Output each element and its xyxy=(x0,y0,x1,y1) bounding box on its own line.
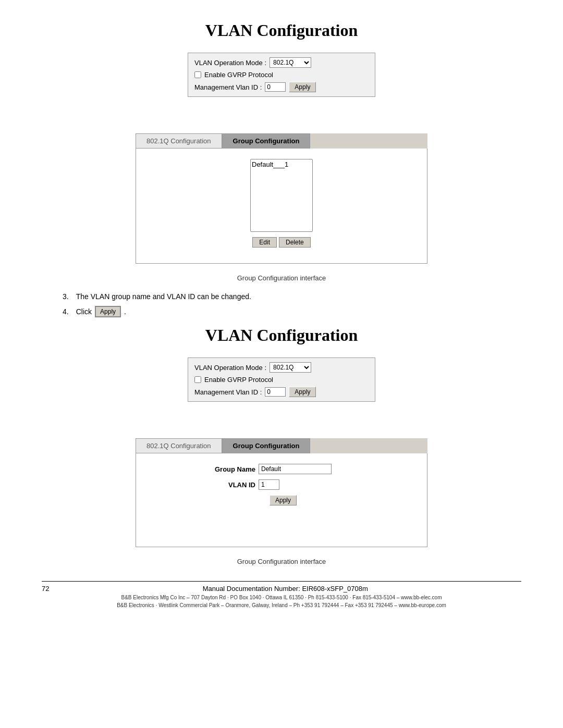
page-title-1: VLAN Configuration xyxy=(42,21,521,40)
vlan-id-label: VLAN ID xyxy=(203,481,255,489)
tab-content-bottom: Group Name VLAN ID Apply xyxy=(136,453,427,547)
apply-button-bottom-vlan[interactable]: Apply xyxy=(289,387,316,397)
group-list-item-top: Default___1 xyxy=(252,161,311,169)
mgmt-vlan-label-bottom: Management Vlan ID : xyxy=(194,388,262,396)
page-number: 72 xyxy=(42,585,49,593)
edit-button-top[interactable]: Edit xyxy=(252,237,277,248)
tab-802-top[interactable]: 802.1Q Configuration xyxy=(136,133,222,149)
edit-delete-row-top: Edit Delete xyxy=(252,237,310,248)
enable-gvrp-checkbox-bottom[interactable] xyxy=(194,376,201,383)
step-3-text: The VLAN group name and VLAN ID can be c… xyxy=(76,292,251,301)
operation-mode-select-top[interactable]: 802.1Q xyxy=(270,57,311,68)
footer-company1: B&B Electronics Mfg Co Inc – 707 Dayton … xyxy=(42,595,521,600)
operation-mode-select-bottom[interactable]: 802.1Q xyxy=(270,362,311,373)
step-4: 4. Click Apply . xyxy=(63,306,521,317)
tabs-section-bottom: 802.1Q Configuration Group Configuration… xyxy=(136,438,427,547)
group-list-top[interactable]: Default___1 xyxy=(250,159,313,232)
page-title-2: VLAN Configuration xyxy=(42,326,521,345)
group-form: Group Name VLAN ID Apply xyxy=(203,464,360,505)
tab-content-top: Default___1 Edit Delete xyxy=(136,149,427,264)
tab-802-bottom[interactable]: 802.1Q Configuration xyxy=(136,438,222,453)
footer: 72 Manual Documentation Number: EIR608-x… xyxy=(42,581,521,608)
vlan-config-box-bottom: VLAN Operation Mode : 802.1Q Enable GVRP… xyxy=(188,357,375,402)
caption-bottom: Group Configuration interface xyxy=(42,558,521,565)
mgmt-vlan-input-top[interactable] xyxy=(265,82,286,92)
apply-button-group-form[interactable]: Apply xyxy=(270,495,297,505)
tab-group-bottom[interactable]: Group Configuration xyxy=(222,438,311,453)
vlan-id-input[interactable] xyxy=(259,479,279,490)
step-4-text: Click xyxy=(76,307,92,316)
mgmt-vlan-input-bottom[interactable] xyxy=(265,387,286,397)
delete-button-top[interactable]: Delete xyxy=(279,237,311,248)
step-4-suffix: . xyxy=(124,307,126,316)
operation-mode-label-bottom: VLAN Operation Mode : xyxy=(194,364,266,372)
footer-company2: B&B Electronics · Westlink Commercial Pa… xyxy=(42,602,521,608)
doc-number: Manual Documentation Number: EIR608-xSFP… xyxy=(49,585,521,593)
apply-button-inline[interactable]: Apply xyxy=(95,306,121,317)
steps-section: 3. The VLAN group name and VLAN ID can b… xyxy=(63,292,521,317)
step-3-number: 3. xyxy=(63,292,69,301)
apply-button-top[interactable]: Apply xyxy=(289,82,316,92)
tabs-section-top: 802.1Q Configuration Group Configuration… xyxy=(136,133,427,264)
group-name-label: Group Name xyxy=(203,465,255,473)
enable-gvrp-label-top: Enable GVRP Protocol xyxy=(204,71,273,79)
apply-center-row: Apply xyxy=(203,495,360,505)
step-4-number: 4. xyxy=(63,307,69,316)
footer-page-row: 72 Manual Documentation Number: EIR608-x… xyxy=(42,585,521,593)
operation-mode-label-top: VLAN Operation Mode : xyxy=(194,59,266,67)
tabs-header-top: 802.1Q Configuration Group Configuration xyxy=(136,133,427,149)
tab-group-top[interactable]: Group Configuration xyxy=(222,133,311,149)
enable-gvrp-checkbox-top[interactable] xyxy=(194,71,201,78)
enable-gvrp-label-bottom: Enable GVRP Protocol xyxy=(204,376,273,384)
group-name-input[interactable] xyxy=(259,464,332,474)
step-3: 3. The VLAN group name and VLAN ID can b… xyxy=(63,292,521,301)
vlan-id-row: VLAN ID xyxy=(203,479,360,490)
caption-top: Group Configuration interface xyxy=(42,274,521,282)
mgmt-vlan-label-top: Management Vlan ID : xyxy=(194,83,262,91)
group-name-row: Group Name xyxy=(203,464,360,474)
vlan-config-box-top: VLAN Operation Mode : 802.1Q Enable GVRP… xyxy=(188,53,375,97)
tabs-header-bottom: 802.1Q Configuration Group Configuration xyxy=(136,438,427,453)
